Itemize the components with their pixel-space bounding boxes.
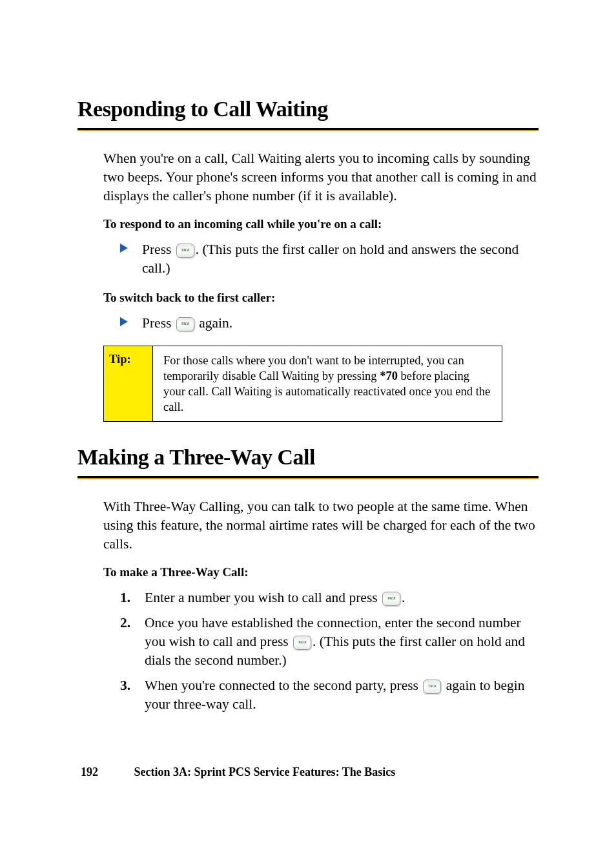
step-text-pre: When you're connected to the second part… (145, 678, 422, 693)
tip-text: For those calls where you don't want to … (153, 346, 502, 421)
tip-bold: *70 (380, 369, 398, 382)
list-item: Enter a number you wish to call and pres… (116, 588, 539, 607)
section-heading-2: Making a Three-Way Call (77, 445, 539, 472)
list-item: When you're connected to the second part… (116, 676, 539, 714)
bullet-text-pre: Press (142, 242, 175, 257)
section2-intro: With Three-Way Calling, you can talk to … (103, 497, 539, 554)
tip-box: Tip: For those calls where you don't wan… (103, 346, 502, 422)
bullet-icon (120, 244, 128, 253)
step-text-pre: Enter a number you wish to call and pres… (145, 590, 381, 605)
talk-key-icon (176, 317, 194, 331)
list-item: Press again. (116, 314, 539, 333)
talk-key-icon (382, 592, 400, 606)
section1-subheading-1: To respond to an incoming call while you… (103, 217, 539, 231)
list-item: Once you have established the connection… (116, 614, 539, 670)
bullet-text-post: . (This puts the first caller on hold an… (142, 242, 518, 276)
tip-label: Tip: (104, 346, 153, 421)
bullet-list-2: Press again. (116, 314, 539, 333)
bullet-text-pre: Press (142, 315, 175, 331)
section-divider (77, 128, 539, 131)
talk-key-icon (293, 636, 311, 650)
section-divider (77, 476, 539, 479)
section2-subheading-1: To make a Three-Way Call: (103, 565, 539, 579)
talk-key-icon (423, 680, 441, 694)
page-footer: 192 Section 3A: Sprint PCS Service Featu… (81, 765, 395, 779)
bullet-icon (120, 317, 128, 326)
section1-subheading-2: To switch back to the first caller: (103, 291, 539, 305)
ordered-list: Enter a number you wish to call and pres… (116, 588, 539, 714)
bullet-list-1: Press . (This puts the first caller on h… (116, 240, 539, 278)
section1-intro: When you're on a call, Call Waiting aler… (103, 149, 539, 205)
page-number: 192 (81, 765, 131, 779)
talk-key-icon (176, 244, 194, 258)
step-text-post: . (402, 590, 405, 605)
section-reference: Section 3A: Sprint PCS Service Features:… (134, 765, 396, 778)
list-item: Press . (This puts the first caller on h… (116, 240, 539, 278)
bullet-text-post: again. (196, 315, 232, 331)
section-heading-1: Responding to Call Waiting (77, 97, 539, 124)
